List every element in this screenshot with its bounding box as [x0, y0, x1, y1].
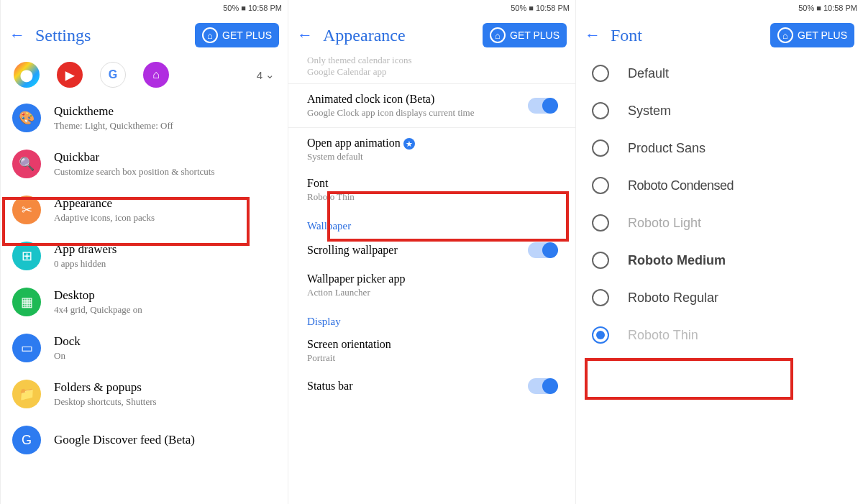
- toggle-animated-clock[interactable]: [528, 98, 557, 114]
- font-option-label: Roboto Medium: [628, 253, 726, 268]
- radio-icon[interactable]: [592, 214, 609, 232]
- settings-item-sub: Customize search box position & shortcut…: [54, 166, 276, 178]
- settings-item-title: Folders & popups: [54, 380, 276, 395]
- get-plus-button[interactable]: ⌂ GET PLUS: [483, 23, 567, 47]
- settings-item-sub: 4x4 grid, Quickpage on: [54, 304, 276, 316]
- toggle-scrolling-wallpaper[interactable]: [528, 242, 557, 258]
- header: ← Settings ⌂ GET PLUS: [1, 16, 288, 55]
- header: ← Font ⌂ GET PLUS: [576, 16, 863, 55]
- plus-badge-icon: ★: [403, 138, 415, 150]
- get-plus-button[interactable]: ⌂ GET PLUS: [770, 23, 854, 47]
- row-font[interactable]: Font Roboto Thin: [288, 170, 575, 210]
- font-option-product-sans[interactable]: Product Sans: [576, 129, 863, 167]
- screen-font: 50% ■ 10:58 PM ← Font ⌂ GET PLUS Default…: [575, 0, 863, 504]
- radio-icon[interactable]: [592, 289, 609, 306]
- toggle-status-bar[interactable]: [528, 378, 557, 394]
- screen-settings: 50% ■ 10:58 PM ← Settings ⌂ GET PLUS ⬤ ▶…: [0, 0, 288, 504]
- settings-item-sub: Desktop shortcuts, Shutters: [54, 396, 276, 408]
- settings-item-sub: On: [54, 350, 276, 362]
- status-bar: 50% ■ 10:58 PM: [576, 0, 863, 16]
- settings-item-app-drawers[interactable]: ⊞App drawers0 apps hidden: [1, 233, 288, 279]
- font-option-label: Roboto Light: [628, 216, 701, 231]
- radio-icon[interactable]: [592, 252, 609, 269]
- row-animated-clock[interactable]: Animated clock icon (Beta) Google Clock …: [288, 86, 575, 126]
- font-option-roboto-condensed[interactable]: Roboto Condensed: [576, 167, 863, 204]
- font-option-roboto-regular[interactable]: Roboto Regular: [576, 279, 863, 316]
- radio-icon[interactable]: [592, 102, 609, 119]
- page-title: Font: [611, 26, 760, 45]
- settings-item-sub: 0 apps hidden: [54, 258, 276, 270]
- settings-item-icon: ▭: [12, 334, 41, 362]
- app-icon-al[interactable]: ⬤: [14, 62, 40, 88]
- settings-item-dock[interactable]: ▭DockOn: [1, 325, 288, 371]
- settings-item-icon: ▦: [12, 288, 41, 316]
- radio-icon[interactable]: [592, 65, 609, 82]
- faded-prev-item: Only themed calendar icons: [288, 55, 575, 66]
- settings-item-title: Dock: [54, 334, 276, 349]
- home-icon: ⌂: [777, 27, 793, 43]
- radio-icon[interactable]: [592, 139, 609, 157]
- section-display: Display: [288, 306, 575, 331]
- font-option-label: Roboto Condensed: [628, 178, 734, 193]
- settings-item-google-discover-feed-beta-[interactable]: GGoogle Discover feed (Beta): [1, 417, 288, 463]
- font-option-label: Product Sans: [628, 141, 706, 156]
- row-wallpaper-picker[interactable]: Wallpaper picker app Action Launcher: [288, 265, 575, 306]
- screen-appearance: 50% ■ 10:58 PM ← Appearance ⌂ GET PLUS O…: [288, 0, 575, 504]
- page-title: Appearance: [323, 26, 472, 45]
- page-title: Settings: [35, 26, 185, 45]
- section-wallpaper: Wallpaper: [288, 210, 575, 235]
- header: ← Appearance ⌂ GET PLUS: [288, 16, 575, 55]
- font-option-label: Default: [628, 66, 669, 81]
- settings-item-title: App drawers: [54, 242, 276, 257]
- faded-prev-item-sub: Google Calendar app: [288, 66, 575, 78]
- row-scrolling-wallpaper[interactable]: Scrolling wallpaper: [288, 235, 575, 265]
- font-option-roboto-thin[interactable]: Roboto Thin: [576, 316, 863, 354]
- font-option-default[interactable]: Default: [576, 55, 863, 92]
- apps-shortcut-row: ⬤ ▶ G ⌂ 4 ⌄: [1, 55, 288, 95]
- settings-item-title: Desktop: [54, 288, 276, 303]
- settings-item-quicktheme[interactable]: 🎨QuickthemeTheme: Light, Quicktheme: Off: [1, 95, 288, 141]
- settings-item-icon: 📁: [12, 380, 41, 408]
- row-open-app-animation[interactable]: Open app animation★ System default: [288, 129, 575, 170]
- app-icon-google[interactable]: G: [100, 62, 126, 88]
- divider: [288, 127, 575, 128]
- settings-item-quickbar[interactable]: 🔍QuickbarCustomize search box position &…: [1, 141, 288, 187]
- back-button[interactable]: ←: [9, 26, 25, 45]
- settings-item-sub: Theme: Light, Quicktheme: Off: [54, 120, 276, 132]
- radio-icon[interactable]: [592, 177, 609, 194]
- settings-item-icon: ✂: [12, 196, 41, 224]
- font-option-roboto-light[interactable]: Roboto Light: [576, 204, 863, 242]
- app-icon-home[interactable]: ⌂: [143, 62, 169, 88]
- settings-item-title: Appearance: [54, 196, 276, 211]
- count-dropdown[interactable]: 4 ⌄: [257, 68, 275, 81]
- home-icon: ⌂: [490, 27, 506, 43]
- row-status-bar[interactable]: Status bar: [288, 371, 575, 401]
- app-icon-youtube[interactable]: ▶: [57, 62, 83, 88]
- settings-item-icon: 🔍: [12, 150, 41, 178]
- font-option-label: Roboto Regular: [628, 290, 718, 306]
- settings-item-title: Google Discover feed (Beta): [54, 433, 276, 447]
- row-screen-orientation[interactable]: Screen orientation Portrait: [288, 331, 575, 371]
- back-button[interactable]: ←: [585, 26, 601, 45]
- font-option-label: Roboto Thin: [628, 328, 698, 343]
- radio-icon[interactable]: [592, 326, 609, 344]
- font-option-roboto-medium[interactable]: Roboto Medium: [576, 242, 863, 279]
- settings-item-appearance[interactable]: ✂AppearanceAdaptive icons, icon packs: [1, 187, 288, 233]
- highlight-roboto-thin: [585, 358, 793, 400]
- home-icon: ⌂: [202, 27, 218, 43]
- settings-item-icon: G: [12, 426, 41, 454]
- status-bar: 50% ■ 10:58 PM: [288, 0, 575, 16]
- settings-item-folders-popups[interactable]: 📁Folders & popupsDesktop shortcuts, Shut…: [1, 371, 288, 417]
- font-option-label: System: [628, 104, 671, 119]
- get-plus-button[interactable]: ⌂ GET PLUS: [195, 23, 279, 47]
- status-bar: 50% ■ 10:58 PM: [1, 0, 288, 16]
- settings-item-title: Quickbar: [54, 150, 276, 165]
- font-option-system[interactable]: System: [576, 92, 863, 129]
- chevron-down-icon: ⌄: [265, 68, 275, 81]
- settings-item-icon: ⊞: [12, 242, 41, 270]
- settings-item-title: Quicktheme: [54, 104, 276, 119]
- settings-item-sub: Adaptive icons, icon packs: [54, 212, 276, 224]
- settings-item-desktop[interactable]: ▦Desktop4x4 grid, Quickpage on: [1, 279, 288, 325]
- divider: [288, 83, 575, 84]
- back-button[interactable]: ←: [297, 26, 313, 45]
